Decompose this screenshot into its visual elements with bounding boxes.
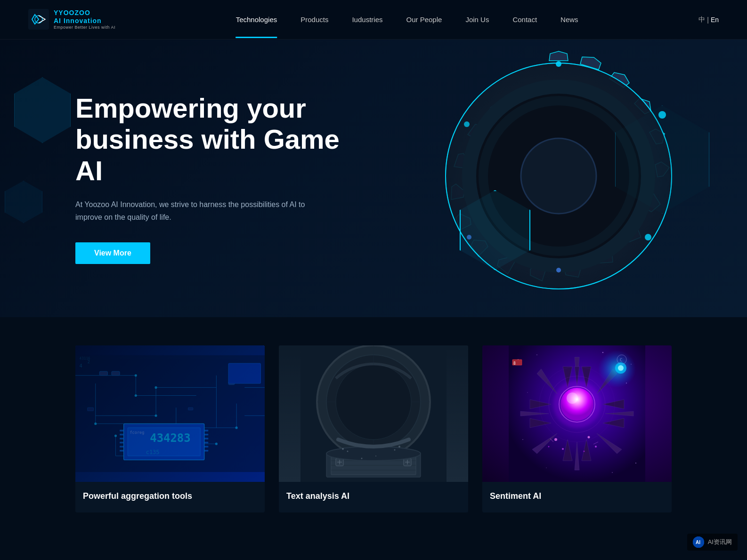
svg-point-36 [154,386,157,389]
svg-point-34 [135,394,137,397]
language-switcher[interactable]: 中 | En [698,16,719,24]
circuit-board-visual: 434283 c135 fcoreg [75,345,265,482]
svg-point-87 [342,448,344,450]
card-aggregation-tools: 434283 c135 fcoreg [75,345,265,512]
brand-name: YYOOZOOAI Innovation [54,9,115,25]
nav-link-technologies[interactable]: Technologies [236,16,277,24]
svg-rect-46 [120,430,124,431]
mechanical-visual [279,345,468,482]
svg-point-12 [556,268,561,272]
svg-point-103 [612,472,613,473]
navbar: YYOOZOOAI Innovation Empower Better Live… [0,0,747,40]
nav-links: Technologies Products Iudustries Our Peo… [236,16,578,24]
svg-point-95 [536,354,537,355]
svg-text:2: 2 [88,360,90,364]
svg-point-92 [361,458,363,459]
svg-point-135 [588,436,590,439]
svg-point-70 [336,364,411,440]
svg-rect-50 [120,446,124,447]
svg-point-86 [326,447,421,461]
svg-point-127 [618,365,624,371]
svg-text:C: C [620,358,622,362]
svg-point-102 [546,467,546,468]
svg-point-134 [548,446,550,448]
nav-link-join-us[interactable]: Join Us [465,16,489,24]
lang-zh[interactable]: 中 [698,16,705,24]
watermark-icon: AI [693,536,704,548]
nav-link-contact[interactable]: Contact [512,16,537,24]
nav-link-our-people[interactable]: Our People [406,16,442,24]
nav-link-news[interactable]: News [560,16,578,24]
view-more-button[interactable]: View More [75,242,150,264]
svg-point-7 [521,138,596,214]
svg-rect-51 [120,450,124,451]
nav-item-industries[interactable]: Iudustries [352,16,382,24]
svg-point-38 [235,426,238,429]
space-svg: 8 C [482,345,672,482]
svg-point-96 [602,352,603,353]
svg-point-9 [556,61,561,67]
svg-point-133 [562,448,564,450]
svg-point-90 [394,449,396,451]
hero-subtitle: At Yoozoo AI Innovation, we strive to ha… [75,198,320,224]
cards-section: 434283 c135 fcoreg [0,317,747,550]
brand-tagline: Empower Better Lives with AI [54,25,115,30]
nav-link-products[interactable]: Products [300,16,328,24]
nav-item-join-us[interactable]: Join Us [465,16,489,24]
nav-item-news[interactable]: News [560,16,578,24]
card-image-text-analysis [279,345,468,482]
gear-container [394,40,723,317]
card-text-analysis: Text analysis AI [279,345,468,512]
space-visual: 8 C [482,345,672,482]
hero-section: Empowering your business with Game AI At… [0,40,747,317]
svg-point-39 [94,423,97,425]
svg-rect-47 [120,434,124,435]
svg-point-132 [554,438,557,441]
card-image-aggregation: 434283 c135 fcoreg [75,345,265,482]
svg-rect-49 [120,442,124,443]
svg-rect-61 [88,408,94,411]
svg-rect-56 [204,446,209,447]
svg-text:4: 4 [80,363,82,368]
nav-item-our-people[interactable]: Our People [406,16,442,24]
card-sentiment-ai: 8 C [482,345,672,512]
lang-en[interactable]: En [711,16,719,24]
svg-point-136 [595,446,597,448]
svg-point-37 [114,434,117,437]
svg-point-35 [154,415,157,417]
svg-text:AI: AI [696,540,700,545]
svg-rect-59 [112,371,120,376]
svg-text:8: 8 [513,361,516,366]
svg-text:fcoreg: fcoreg [130,430,144,435]
svg-point-101 [635,463,636,464]
svg-point-122 [560,388,593,421]
logo-icon [28,9,49,30]
svg-point-14 [464,121,470,127]
svg-point-88 [347,451,349,452]
svg-rect-54 [204,438,209,439]
watermark-text: AI资讯网 [708,538,732,546]
card-label-aggregation: Powerful aggregation tools [75,482,265,512]
svg-point-89 [398,446,400,448]
card-image-sentiment: 8 C [482,345,672,482]
svg-rect-62 [188,408,193,410]
svg-point-40 [215,443,218,445]
svg-point-123 [567,392,578,404]
svg-point-91 [375,456,376,456]
svg-point-98 [527,392,528,392]
card-label-text-analysis: Text analysis AI [279,482,468,512]
hero-title: Empowering your business with Game AI [75,93,353,187]
nav-item-contact[interactable]: Contact [512,16,537,24]
svg-rect-63 [228,363,260,384]
cards-grid: 434283 c135 fcoreg [75,345,672,512]
card-label-sentiment: Sentiment AI [482,482,672,512]
nav-item-products[interactable]: Products [300,16,328,24]
svg-rect-52 [204,430,209,431]
circuit-svg: 434283 c135 fcoreg [75,345,265,482]
nav-link-industries[interactable]: Iudustries [352,16,382,24]
svg-point-33 [135,374,137,376]
logo[interactable]: YYOOZOOAI Innovation Empower Better Live… [28,9,115,30]
svg-point-11 [645,234,651,240]
nav-item-technologies[interactable]: Technologies [236,16,277,24]
svg-text:c135: c135 [146,449,160,456]
